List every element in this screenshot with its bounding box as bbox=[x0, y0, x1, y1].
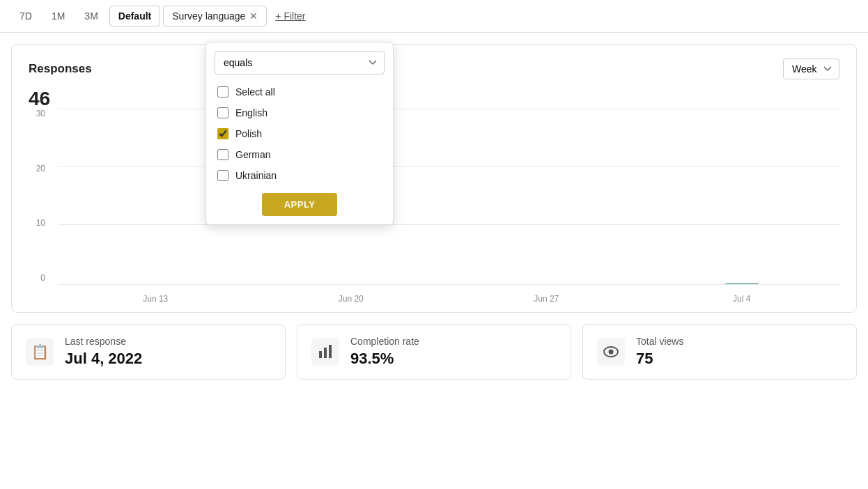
checkbox-english[interactable] bbox=[217, 107, 228, 118]
completion-rate-label: Completion rate bbox=[350, 336, 419, 347]
metric-last-response-text: Last response Jul 4, 2022 bbox=[65, 336, 142, 368]
close-filter-icon[interactable]: ✕ bbox=[249, 10, 258, 22]
completion-rate-icon bbox=[311, 338, 339, 366]
svg-rect-2 bbox=[329, 345, 332, 358]
apply-button[interactable]: APPLY bbox=[262, 193, 338, 216]
x-labels: Jun 13 Jun 20 Jun 27 Jul 4 bbox=[58, 294, 839, 304]
bar-jul4 bbox=[725, 283, 759, 284]
add-filter-button[interactable]: + Filter bbox=[270, 6, 311, 26]
survey-language-dropdown: equals not equals Select all English Pol… bbox=[206, 42, 394, 225]
metric-completion-text: Completion rate 93.5% bbox=[350, 336, 419, 368]
x-label-jun20: Jun 20 bbox=[254, 294, 449, 304]
svg-point-4 bbox=[609, 350, 614, 355]
metric-last-response: 📋 Last response Jul 4, 2022 bbox=[11, 324, 286, 380]
time-btn-7d[interactable]: 7D bbox=[11, 6, 40, 26]
responses-title: Responses bbox=[29, 62, 92, 76]
toolbar: 7D 1M 3M Default Survey language ✕ + Fil… bbox=[0, 0, 868, 33]
operator-row: equals not equals bbox=[206, 51, 393, 82]
total-views-value: 75 bbox=[636, 350, 683, 368]
bar-chart-icon bbox=[318, 344, 333, 359]
total-views-label: Total views bbox=[636, 336, 683, 347]
option-german[interactable]: German bbox=[206, 144, 393, 165]
y-label-10: 10 bbox=[36, 218, 45, 228]
completion-rate-value: 93.5% bbox=[350, 350, 419, 368]
option-english[interactable]: English bbox=[206, 102, 393, 123]
responses-header: Responses Week Day Month bbox=[29, 59, 839, 79]
x-label-jun13: Jun 13 bbox=[58, 294, 254, 304]
metric-total-views-text: Total views 75 bbox=[636, 336, 683, 368]
option-polish[interactable]: Polish bbox=[206, 123, 393, 144]
filter-chip-label: Survey language bbox=[172, 10, 245, 22]
checkbox-german[interactable] bbox=[217, 149, 228, 160]
checkbox-polish[interactable] bbox=[217, 128, 228, 139]
eye-icon bbox=[603, 346, 619, 357]
x-label-jun27: Jun 27 bbox=[449, 294, 644, 304]
responses-count: 46 bbox=[29, 88, 50, 110]
operator-select[interactable]: equals not equals bbox=[215, 51, 385, 75]
option-ukrainian[interactable]: Ukrainian bbox=[206, 165, 393, 186]
time-btn-default[interactable]: Default bbox=[109, 6, 160, 26]
label-english: English bbox=[235, 107, 268, 118]
y-label-0: 0 bbox=[40, 273, 45, 283]
option-select-all[interactable]: Select all bbox=[206, 82, 393, 102]
last-response-icon: 📋 bbox=[26, 338, 54, 366]
chart-area: 46 30 20 10 0 bbox=[29, 88, 839, 304]
label-polish: Polish bbox=[235, 128, 262, 139]
bar-group-jul4 bbox=[644, 283, 840, 284]
main-content: Responses Week Day Month 46 30 20 10 0 bbox=[0, 33, 868, 391]
y-label-20: 20 bbox=[36, 164, 45, 173]
total-views-icon bbox=[597, 338, 625, 366]
svg-rect-0 bbox=[319, 351, 322, 358]
checkbox-ukrainian[interactable] bbox=[217, 170, 228, 181]
checkbox-select-all[interactable] bbox=[217, 86, 228, 98]
y-axis: 30 20 10 0 bbox=[29, 109, 51, 283]
svg-rect-1 bbox=[324, 348, 327, 358]
week-select[interactable]: Week Day Month bbox=[783, 59, 839, 79]
bars-container bbox=[58, 109, 839, 284]
metrics-row: 📋 Last response Jul 4, 2022 Completion r… bbox=[11, 324, 857, 380]
last-response-label: Last response bbox=[65, 336, 142, 347]
last-response-value: Jul 4, 2022 bbox=[65, 350, 142, 368]
language-options-list: Select all English Polish German Ukraini… bbox=[206, 82, 393, 186]
metric-total-views: Total views 75 bbox=[582, 324, 857, 380]
y-label-30: 30 bbox=[36, 109, 45, 118]
survey-language-filter-chip[interactable]: Survey language ✕ bbox=[163, 6, 267, 26]
label-ukrainian: Ukrainian bbox=[235, 170, 277, 181]
grid-line-bottom bbox=[58, 284, 839, 285]
label-select-all: Select all bbox=[235, 86, 275, 98]
x-label-jul4: Jul 4 bbox=[644, 294, 840, 304]
metric-completion-rate: Completion rate 93.5% bbox=[297, 324, 571, 380]
time-btn-1m[interactable]: 1M bbox=[43, 6, 73, 26]
label-german: German bbox=[235, 149, 271, 160]
time-btn-3m[interactable]: 3M bbox=[76, 6, 106, 26]
responses-card: Responses Week Day Month 46 30 20 10 0 bbox=[11, 44, 857, 313]
